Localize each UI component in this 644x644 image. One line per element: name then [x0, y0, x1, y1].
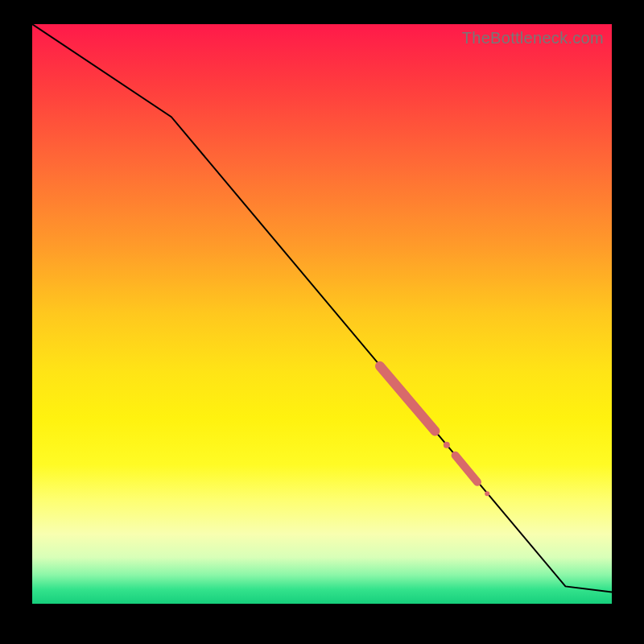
marker-segment — [380, 366, 435, 431]
marker-segment — [456, 456, 477, 482]
marker-dot — [485, 491, 489, 496]
chart-plot-area: TheBottleneck.com — [32, 24, 612, 604]
chart-stage: TheBottleneck.com — [0, 0, 644, 644]
chart-overlay — [32, 24, 612, 604]
marker-dot — [444, 442, 450, 448]
chart-markers — [380, 366, 489, 496]
chart-curve — [32, 24, 612, 592]
